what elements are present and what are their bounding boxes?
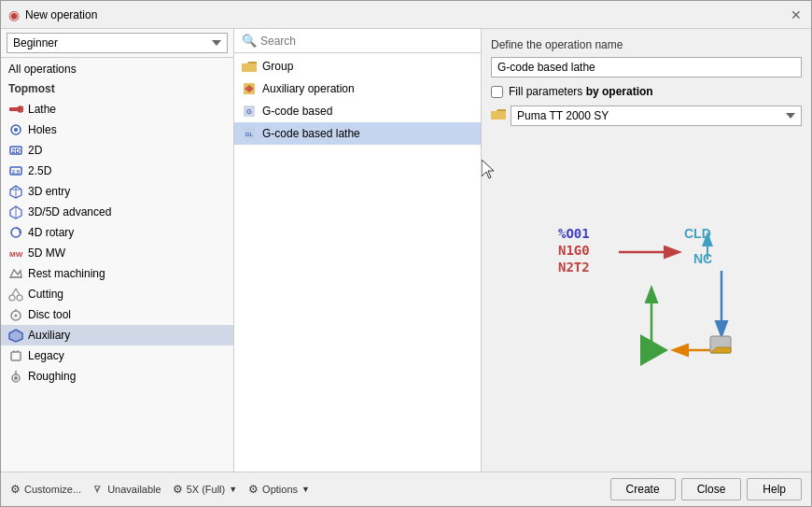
search-icon: 🔍 [242,34,257,48]
operation-name-input[interactable] [491,57,802,77]
mode-button[interactable]: ⚙ 5X (Full) ▼ [173,483,237,496]
svg-point-31 [14,376,18,380]
nav-item-cutting[interactable]: Cutting [1,284,233,304]
roughing-icon [8,369,23,384]
nav-item-25d[interactable]: 2.5 2.5D [1,161,233,181]
svg-text:MW: MW [9,250,23,259]
nav-item-auxiliary[interactable]: Auxiliary [1,325,233,345]
machine-folder-icon [491,108,506,123]
diagram-area: %O01 N1G0 N2T2 CLD NC [491,135,802,462]
search-bar: 🔍 [234,29,481,53]
nav-item-holes[interactable]: Holes [1,120,233,140]
play-triangle [640,334,668,366]
nav-item-3d[interactable]: 3D entry [1,181,233,202]
nav-item-5d[interactable]: MW 5D MW [1,243,233,263]
content-area: BeginnerIntermediateAdvanced All operati… [1,29,811,472]
customize-button[interactable]: ⚙ Customize... [10,483,81,496]
holes-icon [8,122,23,137]
topmost-label: Topmost [8,82,55,95]
legacy-label: Legacy [28,349,64,362]
machine-dropdown[interactable]: Puma TT 2000 SY [511,106,802,126]
4d-label: 4D rotary [28,226,74,239]
nav-item-legacy[interactable]: Legacy [1,345,233,366]
bottom-right: Create Close Help [610,478,802,500]
window-title: New operation [25,8,97,21]
op-item-gcode[interactable]: G G-code based [234,100,481,122]
help-button[interactable]: Help [747,478,802,500]
unavailable-button[interactable]: ⛛ Unavailable [92,483,161,496]
nav-all-operations[interactable]: All operations [1,60,233,78]
op-item-gcode-lathe[interactable]: GL G-code based lathe [234,122,481,145]
nav-item-4d[interactable]: 4D rotary [1,222,233,243]
auxiliary-icon [8,328,23,343]
level-dropdown-row: BeginnerIntermediateAdvanced [1,29,233,58]
auxiliary-op-icon [242,81,257,96]
svg-point-4 [14,128,18,132]
operation-list: Group Auxiliary operation [234,53,481,472]
middle-panel: 🔍 Group [234,29,482,472]
lathe-label: Lathe [28,103,56,116]
define-label: Define the operation name [491,38,802,51]
diagram-svg: %O01 N1G0 N2T2 CLD NC [530,196,763,401]
window-icon: ◉ [8,7,20,22]
group-folder-icon [242,59,257,74]
svg-text:G: G [246,108,252,115]
nav-item-lathe[interactable]: Lathe [1,99,233,120]
nav-item-2d[interactable]: 2D 2D [1,140,233,161]
fill-checkbox[interactable] [491,86,503,98]
svg-text:GL: GL [245,132,254,137]
25d-label: 2.5D [28,164,51,177]
nav-item-disc[interactable]: Disc tool [1,304,233,325]
gcode-line2: N1G0 [558,243,590,258]
mode-chevron: ▼ [229,485,237,494]
mode-icon: ⚙ [173,483,183,496]
fill-bold: by operation [586,85,653,98]
titlebar: ◉ New operation ✕ [1,1,811,29]
lathe-icon [8,102,23,117]
3d-icon [8,184,23,199]
all-operations-label: All operations [8,63,77,76]
options-label: Options [262,484,298,495]
25d-icon: 2.5 [8,163,23,178]
main-window: ◉ New operation ✕ BeginnerIntermediateAd… [0,0,812,507]
3d5d-label: 3D/5D advanced [28,205,111,218]
unavailable-icon: ⛛ [92,483,104,496]
op-item-auxiliary[interactable]: Auxiliary operation [234,77,481,100]
customize-icon: ⚙ [10,483,21,496]
op-item-group[interactable]: Group [234,55,481,77]
close-button[interactable]: ✕ [789,7,804,22]
gcode-icon: G [242,104,257,119]
nav-item-3d5d[interactable]: 3D/5D advanced [1,202,233,222]
svg-rect-27 [11,352,21,360]
svg-line-21 [16,289,20,295]
nav-item-roughing[interactable]: Roughing [1,366,233,387]
search-input[interactable] [260,35,473,48]
cutting-label: Cutting [28,288,63,301]
2d-icon: 2D [8,143,23,158]
disc-icon [8,307,23,322]
nav-list: All operations Topmost Lathe [1,58,233,472]
5d-label: 5D MW [28,246,65,260]
roughing-label: Roughing [28,370,76,383]
gcode-line3: N2T2 [558,260,590,275]
left-panel: BeginnerIntermediateAdvanced All operati… [1,29,234,472]
close-dialog-button[interactable]: Close [681,478,742,500]
level-dropdown[interactable]: BeginnerIntermediateAdvanced [7,33,228,53]
nav-item-rest[interactable]: Rest machining [1,263,233,284]
svg-point-23 [15,315,18,317]
options-button[interactable]: ⚙ Options ▼ [248,483,310,496]
bottom-bar: ⚙ Customize... ⛛ Unavailable ⚙ 5X (Full)… [1,472,811,506]
gcode-lathe-icon: GL [242,126,257,141]
gcode-line1: %O01 [558,226,590,241]
legacy-icon [8,348,23,363]
right-panel: Define the operation name Fill parameter… [482,29,811,472]
svg-point-18 [9,295,15,301]
nav-topmost: Topmost [1,78,233,99]
cld-label: CLD [684,226,711,241]
bottom-left: ⚙ Customize... ⛛ Unavailable ⚙ 5X (Full)… [10,483,310,496]
rest-label: Rest machining [28,267,105,280]
group-label: Group [262,60,293,73]
gcode-label: G-code based [262,105,332,118]
create-button[interactable]: Create [610,478,676,500]
auxiliary-label: Auxiliary [28,329,70,342]
